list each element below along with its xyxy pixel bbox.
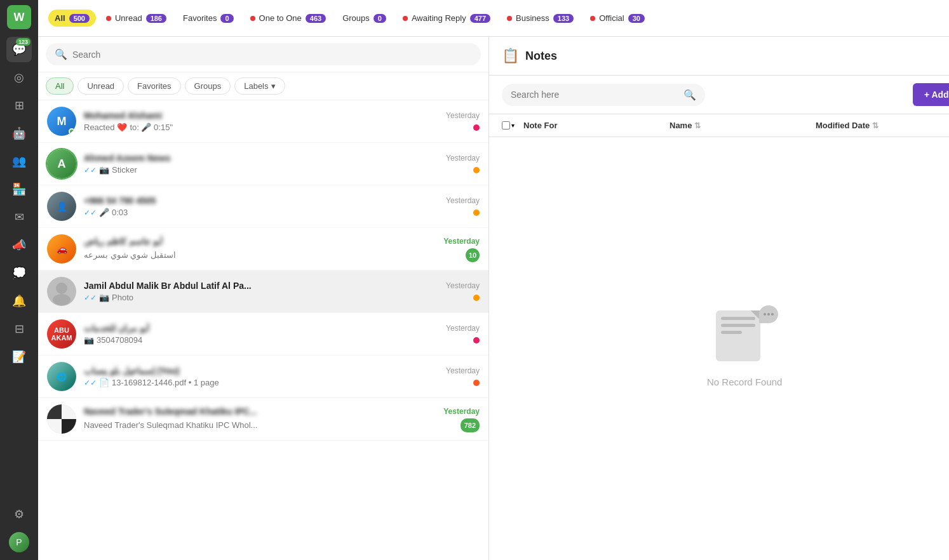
- chat-item[interactable]: Naveed Trader's Suleqmad Khatiku IPC... …: [38, 398, 488, 441]
- notes-search-input[interactable]: [511, 90, 678, 100]
- chevron-down-icon: ▾: [271, 81, 276, 91]
- nav-tab-favorites[interactable]: Favorites 0: [177, 10, 240, 27]
- sidebar-item-megaphone[interactable]: 📣: [6, 232, 32, 258]
- search-input[interactable]: [72, 50, 472, 60]
- chat-item[interactable]: ABUAKAM أبو مران للخدمات Yesterday 📷 350…: [38, 313, 488, 356]
- filter-tab-groups[interactable]: Groups: [185, 77, 231, 95]
- filter-tabs: All Unread Favorites Groups Labels ▾: [38, 72, 488, 100]
- empty-state-message: No Record Found: [707, 377, 782, 387]
- sidebar-item-mail[interactable]: ✉: [6, 204, 32, 230]
- table-select-all[interactable]: ▾: [502, 121, 517, 130]
- nav-tab-unread[interactable]: Unread 186: [100, 10, 173, 27]
- nav-tab-awaiting-reply[interactable]: Awaiting Reply 477: [396, 10, 497, 27]
- notes-panel: 📋 Notes ✕ 🔍 + Add Notes: [489, 37, 949, 560]
- sidebar-item-chat[interactable]: 💬 123: [6, 37, 32, 62]
- nav-tab-business-label: Business: [516, 13, 549, 23]
- tag-dot: [473, 380, 480, 386]
- photo-icon: 📷: [84, 335, 94, 345]
- filter-tab-all[interactable]: All: [46, 77, 74, 95]
- nav-tab-unread-label: Unread: [115, 13, 142, 23]
- sidebar-item-bot[interactable]: 🤖: [6, 121, 32, 146]
- nav-tab-all[interactable]: All 500: [48, 10, 96, 27]
- unread-dot: [106, 16, 111, 21]
- avatar: ABUAKAM: [47, 319, 76, 349]
- online-indicator: [69, 128, 75, 135]
- chat-item[interactable]: M Mohamed Alshami Yesterday Reacted: [38, 100, 488, 143]
- nav-tab-one-to-one[interactable]: One to One 463: [244, 10, 333, 27]
- avatar: [47, 277, 76, 306]
- chat-item[interactable]: 👤 +966 54 790 4505 Yesterday ✓✓ 🎤: [38, 185, 488, 228]
- photo-icon: 📷: [99, 293, 109, 302]
- chat-time: Yesterday: [446, 111, 480, 120]
- chat-info: +966 54 790 4505 Yesterday ✓✓ 🎤 0:03: [84, 196, 480, 217]
- filter-tab-favorites[interactable]: Favorites: [128, 77, 180, 95]
- chat-time: Yesterday: [446, 324, 480, 333]
- notes-toolbar: 🔍 + Add Notes: [489, 76, 949, 114]
- unread-count-badge: 10: [466, 248, 480, 262]
- sidebar-item-grid[interactable]: ⊟: [6, 316, 32, 342]
- chat-info: Jamil Abdul Malik Br Abdul Latif Al Pa..…: [84, 281, 480, 302]
- nav-tab-official[interactable]: Official 30: [584, 10, 651, 27]
- sticker-icon: 📷: [99, 165, 109, 175]
- sidebar-item-users[interactable]: 👥: [6, 149, 32, 174]
- chat-name: +966 54 790 4505: [84, 196, 156, 206]
- tag-dot: [473, 210, 480, 216]
- chat-name-row: إسماعيل بلو ينساب (You) Yesterday: [84, 366, 480, 376]
- chat-time: Yesterday: [443, 407, 480, 416]
- sidebar-item-note[interactable]: 📝: [6, 344, 32, 370]
- nav-tab-all-count: 500: [69, 14, 90, 23]
- sidebar-item-store[interactable]: 🏪: [6, 177, 32, 202]
- bubble-dot: [767, 313, 770, 316]
- sidebar-item-target[interactable]: ◎: [6, 65, 32, 90]
- chat-meta-row: Naveed Trader's Suleqmad Khatiku IPC Who…: [84, 418, 480, 432]
- chat-time: Yesterday: [446, 281, 480, 290]
- chat-meta-row: ✓✓ 📷 Photo: [84, 293, 480, 302]
- notes-panel-icon: 📋: [502, 48, 519, 64]
- filter-tab-unread[interactable]: Unread: [77, 77, 124, 95]
- sidebar-item-profile[interactable]: P: [6, 530, 32, 555]
- chat-meta-row: ✓✓ 🎤 0:03: [84, 208, 480, 217]
- checkmark-icon: ✓✓: [84, 208, 97, 217]
- one-to-one-dot: [250, 16, 255, 21]
- filter-tab-labels[interactable]: Labels ▾: [234, 77, 285, 95]
- tag-dot: [473, 337, 480, 343]
- chat-name-row: +966 54 790 4505 Yesterday: [84, 196, 480, 206]
- awaiting-dot: [403, 16, 408, 21]
- sidebar-item-settings[interactable]: ⚙: [6, 502, 32, 527]
- chat-bubble-icon: [759, 305, 778, 323]
- sidebar-item-comment[interactable]: 💭: [6, 260, 32, 286]
- chat-name: أبو جاسم كاظم رياض: [84, 236, 163, 246]
- nav-tab-one-to-one-count: 463: [306, 14, 326, 23]
- reacted-text: Reacted: [84, 123, 114, 132]
- nav-tab-awaiting-label: Awaiting Reply: [412, 13, 466, 23]
- nav-tab-one-to-one-label: One to One: [259, 13, 302, 23]
- add-notes-button[interactable]: + Add Notes: [913, 83, 949, 106]
- select-all-checkbox[interactable]: [502, 121, 510, 130]
- col-header-note-for: Note For: [523, 121, 663, 130]
- bubble-dot: [764, 313, 766, 316]
- nav-tab-groups[interactable]: Groups 0: [336, 10, 393, 27]
- sort-icon[interactable]: ⇅: [872, 121, 878, 130]
- chat-item[interactable]: Jamil Abdul Malik Br Abdul Latif Al Pa..…: [38, 270, 488, 313]
- preview-text: 0:03: [112, 208, 128, 217]
- pdf-icon: 📄: [99, 378, 109, 387]
- preview-text: 13-169812-1446.pdf • 1 page: [112, 378, 219, 387]
- chat-item[interactable]: A Ahmed Azeem News Yesterday ✓✓ 📷 Stic: [38, 143, 488, 185]
- sidebar-item-bell[interactable]: 🔔: [6, 288, 32, 314]
- nav-tab-favorites-label: Favorites: [183, 13, 217, 23]
- nav-tab-business[interactable]: Business 133: [501, 10, 580, 27]
- chat-name-row: Ahmed Azeem News Yesterday: [84, 153, 480, 163]
- chat-name: Mohamed Alshami: [84, 110, 162, 121]
- preview-text: Photo: [112, 293, 133, 302]
- sort-icon[interactable]: ⇅: [694, 121, 701, 130]
- chat-item[interactable]: 🚗 أبو جاسم كاظم رياض Yesterday استقبل شو…: [38, 228, 488, 270]
- empty-state-icon: [716, 310, 773, 368]
- sidebar-item-layers[interactable]: ⊞: [6, 93, 32, 118]
- chat-item[interactable]: 🌐 إسماعيل بلو ينساب (You) Yesterday ✓✓ 📄: [38, 356, 488, 398]
- chat-time: Yesterday: [446, 196, 480, 205]
- doc-line: [721, 317, 755, 320]
- notes-title-wrap: 📋 Notes: [502, 48, 557, 64]
- tag-dot: [473, 124, 480, 131]
- bubble-dot: [771, 313, 774, 316]
- notes-empty-state: No Record Found: [489, 137, 949, 560]
